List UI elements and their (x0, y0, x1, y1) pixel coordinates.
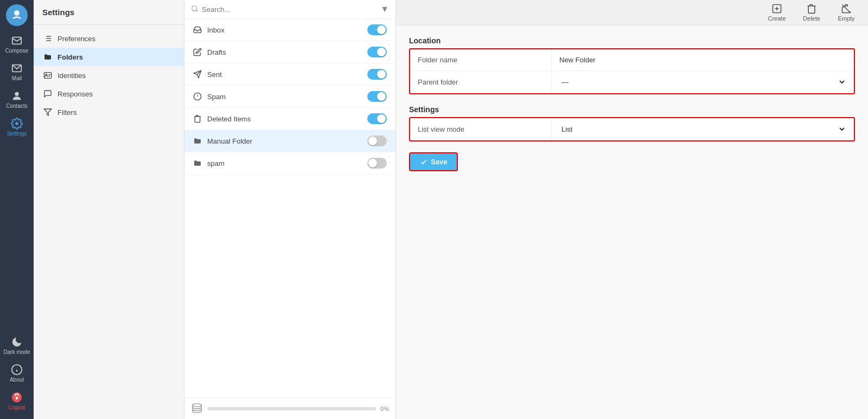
identities-label: Identities (58, 72, 86, 80)
nav-item-darkmode[interactable]: Dark mode (0, 332, 34, 359)
spam-label: Spam (207, 93, 226, 101)
nav-item-contacts[interactable]: Contacts (0, 86, 34, 113)
settings-label: Settings (7, 131, 27, 137)
svg-marker-19 (44, 109, 51, 115)
drafts-folder-icon (193, 48, 202, 56)
folder-list-footer: 0% (184, 398, 395, 419)
preferences-label: Preferences (58, 35, 95, 43)
nav-item-settings[interactable]: Settings (0, 113, 34, 141)
folder-item-spam2[interactable]: spam (184, 152, 395, 175)
identities-icon (43, 71, 52, 80)
darkmode-label: Dark mode (4, 349, 30, 355)
main-toolbar: Create Delete Empty (396, 0, 868, 25)
collapse-button[interactable]: ▼ (380, 4, 389, 14)
settings-menu: Preferences Folders Identities Responses (34, 25, 184, 126)
folder-name-input[interactable] (559, 56, 846, 64)
settings-menu-identities[interactable]: Identities (34, 66, 184, 85)
filters-label: Filters (58, 108, 76, 117)
folder-item-drafts[interactable]: Drafts (184, 41, 395, 63)
deleted-items-label: Deleted Items (207, 115, 251, 123)
manual-folder-icon (193, 137, 202, 145)
save-label: Save (431, 158, 447, 166)
empty-button[interactable]: Empty (835, 3, 857, 22)
sent-folder-icon (193, 70, 202, 79)
settings-menu-filters[interactable]: Filters (34, 103, 184, 121)
create-icon (771, 3, 782, 14)
logo-icon (10, 9, 23, 22)
drafts-label: Drafts (207, 48, 226, 56)
compose-label: Compose (5, 48, 29, 54)
drafts-toggle[interactable] (367, 47, 387, 57)
settings-menu-folders[interactable]: Folders (34, 48, 184, 66)
parent-folder-label: Parent folder (410, 72, 551, 93)
settings-panel: Settings Preferences Folders Identities (34, 0, 184, 419)
folder-item-inbox[interactable]: Inbox (184, 19, 395, 41)
about-icon (11, 364, 23, 376)
settings-header: Settings (34, 0, 184, 25)
save-button[interactable]: Save (409, 152, 458, 171)
delete-icon (806, 3, 817, 14)
search-input[interactable] (202, 5, 376, 14)
svg-point-3 (15, 92, 18, 96)
spam2-toggle[interactable] (367, 158, 387, 169)
storage-progress-text: 0% (380, 405, 389, 412)
parent-folder-value: — (551, 71, 854, 93)
deleted-items-folder-icon (193, 114, 202, 123)
svg-rect-15 (44, 73, 51, 79)
spam2-label: spam (207, 159, 225, 167)
sent-toggle[interactable] (367, 69, 387, 80)
logout-label: Logout (9, 404, 25, 410)
nav-item-logout[interactable]: Logout (0, 387, 34, 415)
app-logo (6, 4, 28, 26)
folders-label: Folders (58, 53, 83, 61)
settings-section-title: Settings (409, 105, 855, 114)
nav-item-about[interactable]: About (0, 359, 34, 387)
delete-label: Delete (803, 15, 820, 22)
spam-folder-icon (193, 92, 202, 101)
icon-bar: Compose Mail Contacts Settings Dark mode (0, 0, 34, 419)
search-icon (191, 5, 199, 14)
storage-progress-bar (207, 407, 376, 410)
location-section-title: Location (409, 36, 855, 45)
settings-menu-preferences[interactable]: Preferences (34, 29, 184, 48)
search-box (191, 5, 376, 14)
mail-icon (11, 62, 23, 74)
parent-folder-select[interactable]: — (559, 78, 846, 87)
svg-rect-8 (16, 397, 18, 399)
deleted-items-toggle[interactable] (367, 113, 387, 124)
inbox-label: Inbox (207, 26, 225, 34)
about-label: About (10, 377, 24, 383)
contacts-icon (11, 90, 23, 102)
svg-line-21 (196, 10, 198, 11)
folder-list-header: ▼ (184, 0, 395, 19)
list-view-mode-label: List view mode (410, 119, 551, 140)
responses-icon (43, 89, 52, 98)
folder-item-manual-folder[interactable]: Manual Folder (184, 130, 395, 152)
settings-menu-responses[interactable]: Responses (34, 85, 184, 103)
folders-icon (43, 53, 52, 61)
svg-point-27 (193, 404, 202, 407)
nav-item-mail[interactable]: Mail (0, 58, 34, 86)
folder-item-deleted-items[interactable]: Deleted Items (184, 108, 395, 130)
main-content: Create Delete Empty Location Folder name (396, 0, 868, 419)
main-body: Location Folder name Parent folder — Set… (396, 25, 868, 419)
folder-item-spam[interactable]: Spam (184, 86, 395, 108)
list-view-mode-row: List view mode List Compact Cards (410, 118, 854, 140)
darkmode-icon (11, 336, 23, 348)
svg-point-0 (14, 10, 20, 16)
folder-name-label: Folder name (410, 49, 551, 70)
preferences-icon (43, 34, 52, 43)
inbox-toggle[interactable] (367, 24, 387, 35)
delete-button[interactable]: Delete (801, 3, 822, 22)
location-form-section: Folder name Parent folder — (409, 48, 855, 94)
spam-toggle[interactable] (367, 91, 387, 102)
parent-folder-row: Parent folder — (410, 71, 854, 93)
list-view-mode-select[interactable]: List Compact Cards (559, 125, 846, 134)
storage-icon (191, 403, 203, 415)
create-button[interactable]: Create (766, 3, 788, 22)
save-check-icon (420, 158, 427, 166)
nav-item-compose[interactable]: Compose (0, 30, 34, 58)
logout-icon (11, 391, 23, 403)
manual-folder-toggle[interactable] (367, 136, 387, 146)
folder-item-sent[interactable]: Sent (184, 63, 395, 86)
